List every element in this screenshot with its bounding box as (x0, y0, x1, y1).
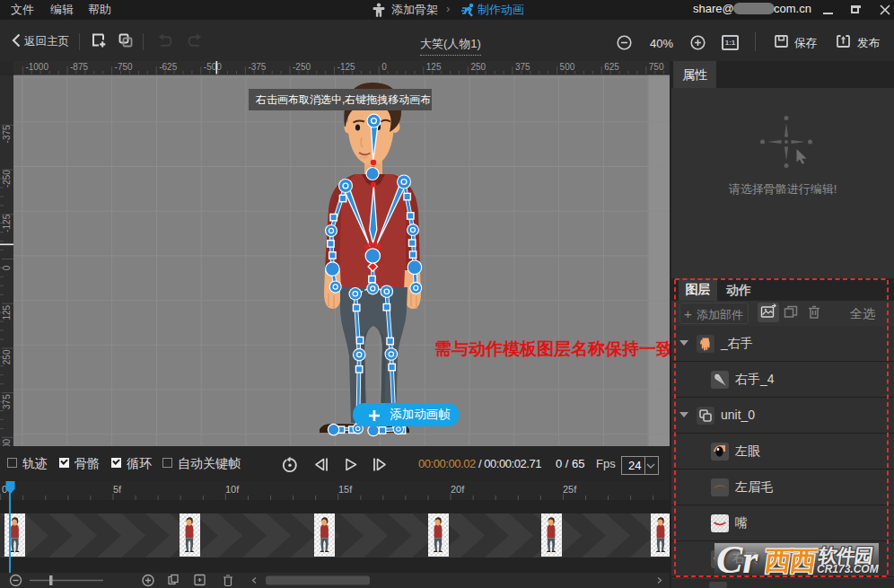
svg-text:-250: -250 (293, 62, 311, 72)
svg-text:-875: -875 (70, 62, 88, 72)
svg-text:0: 0 (2, 265, 12, 270)
svg-text:375: 375 (515, 62, 530, 72)
svg-text:-125: -125 (337, 62, 355, 72)
svg-text:250: 250 (470, 62, 486, 72)
svg-text:375: 375 (2, 394, 12, 409)
svg-text:-750: -750 (115, 62, 133, 72)
svg-text:750: 750 (649, 62, 664, 72)
svg-text:625: 625 (604, 62, 619, 72)
svg-text:-500: -500 (204, 62, 222, 72)
svg-text:-125: -125 (2, 214, 12, 232)
svg-text:-375: -375 (2, 125, 12, 143)
svg-text:-1000: -1000 (25, 62, 48, 72)
svg-text:125: 125 (426, 62, 442, 72)
svg-text:250: 250 (2, 349, 12, 364)
svg-text:125: 125 (2, 304, 12, 320)
svg-text:500: 500 (560, 62, 575, 72)
svg-text:0: 0 (381, 62, 387, 72)
svg-text:-250: -250 (2, 170, 12, 188)
svg-text:-375: -375 (248, 62, 266, 72)
svg-text:-625: -625 (159, 62, 177, 72)
svg-text:500: 500 (2, 439, 12, 446)
